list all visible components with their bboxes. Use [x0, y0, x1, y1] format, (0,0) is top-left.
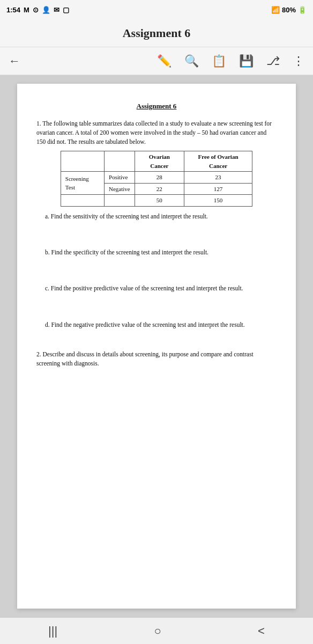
table-row-totals: 50 150	[61, 195, 252, 207]
negative-label: Negative	[105, 183, 135, 195]
status-icon-mail: ✉	[54, 6, 59, 14]
home-button[interactable]: ○	[154, 624, 161, 638]
table-col4-header: Free of Ovarian Cancer	[184, 151, 252, 172]
battery-icon: 🔋	[298, 6, 307, 14]
q1-text: The following table summarizes data coll…	[36, 120, 272, 145]
back-nav-button[interactable]: <	[258, 624, 265, 638]
status-bar: 1:54 M ⊙ 👤 ✉ ▢ 📶 80% 🔋	[0, 0, 313, 19]
share-icon[interactable]: ⎇	[266, 54, 280, 68]
positive-ovarian: 28	[135, 172, 184, 184]
q2-text: Describe and discuss in details about sc…	[36, 351, 254, 367]
table-col1-header	[61, 151, 104, 172]
sub-question-c: c. Find the positive predictive value of…	[45, 284, 277, 293]
document-title: Assignment 6	[36, 101, 277, 112]
negative-free: 127	[184, 183, 252, 195]
search-icon[interactable]: 🔍	[184, 54, 199, 68]
title-bar: Assignment 6	[0, 19, 313, 47]
table-col3-header: Ovarian Cancer	[135, 151, 184, 172]
negative-ovarian: 22	[135, 183, 184, 195]
menu-button[interactable]: |||	[48, 624, 57, 638]
more-icon[interactable]: ⋮	[293, 54, 304, 68]
status-left: 1:54 M ⊙ 👤 ✉ ▢	[6, 6, 69, 14]
toolbar-left: ←	[9, 54, 20, 68]
table-col2-header	[105, 151, 135, 172]
toolbar-right: ✏️ 🔍 📋 💾 ⎇ ⋮	[157, 54, 304, 68]
question-1: 1. The following table summarizes data c…	[36, 119, 277, 330]
positive-label: Positive	[105, 172, 135, 184]
q1-number: 1.	[36, 120, 41, 127]
toolbar: ← ✏️ 🔍 📋 💾 ⎇ ⋮	[0, 47, 313, 75]
save-icon[interactable]: 💾	[239, 54, 254, 68]
table-row: Screening Test Positive 28 23	[61, 172, 252, 184]
total-ovarian: 50	[135, 195, 184, 207]
page-title: Assignment 6	[123, 26, 191, 40]
status-icon-person: 👤	[42, 6, 50, 14]
total-empty2	[105, 195, 135, 207]
back-button[interactable]: ←	[9, 54, 20, 68]
status-icon-square: ▢	[63, 6, 69, 14]
sub-question-d: d. Find the negative predictive value of…	[45, 320, 277, 330]
status-icon-o: ⊙	[33, 6, 39, 14]
document-wrapper: Assignment 6 1. The following table summ…	[0, 75, 313, 617]
total-free: 150	[184, 195, 252, 207]
status-time: 1:54	[6, 6, 20, 14]
status-right: 📶 80% 🔋	[271, 6, 307, 14]
list-icon[interactable]: 📋	[212, 54, 226, 68]
signal-icon: 📶	[271, 6, 280, 14]
question-2: 2. Describe and discuss in details about…	[36, 350, 277, 369]
question-1-intro: 1. The following table summarizes data c…	[36, 119, 277, 147]
screening-test-label: Screening Test	[61, 172, 104, 195]
battery-text: 80%	[282, 6, 296, 14]
sub-question-b: b. Find the specificity of the screening…	[45, 248, 277, 257]
total-empty1	[61, 195, 104, 207]
sub-question-a: a. Find the sensitivity of the screening…	[45, 212, 277, 221]
screening-table: Ovarian Cancer Free of Ovarian Cancer Sc…	[61, 151, 252, 207]
positive-free: 23	[184, 172, 252, 184]
status-icon-m: M	[24, 6, 29, 14]
document: Assignment 6 1. The following table summ…	[17, 84, 296, 609]
bottom-nav: ||| ○ <	[0, 617, 313, 644]
q2-number: 2.	[36, 351, 41, 357]
pencil-icon[interactable]: ✏️	[157, 54, 172, 68]
